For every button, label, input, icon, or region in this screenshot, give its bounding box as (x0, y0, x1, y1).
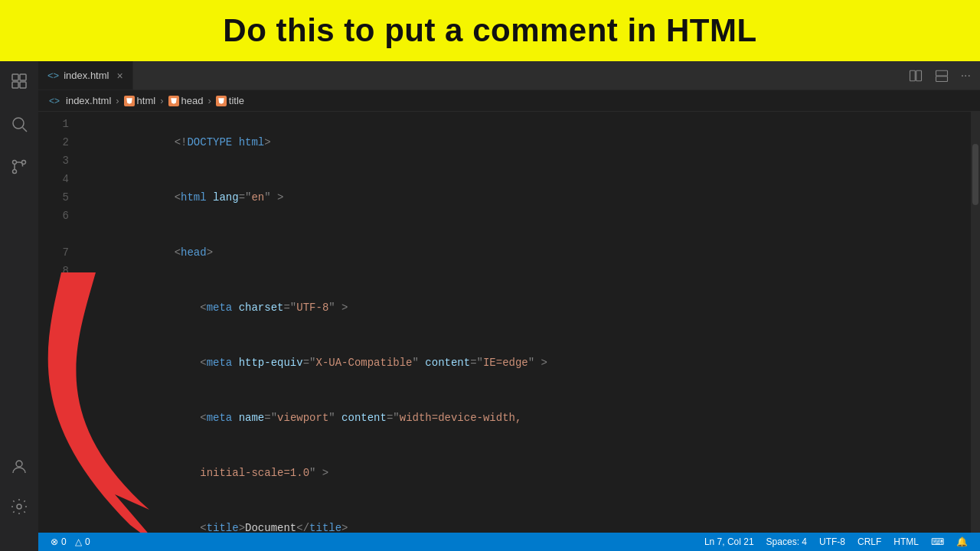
line-num-2: 2 (38, 133, 69, 152)
tab-filename: index.html (64, 70, 109, 81)
breadcrumb: <> index.html › html › head › (38, 90, 980, 112)
svg-point-7 (13, 170, 17, 174)
svg-rect-13 (936, 70, 947, 76)
language-text: HTML (893, 536, 919, 547)
svg-rect-2 (12, 82, 18, 88)
tab-file-icon: <> (47, 70, 59, 81)
code-editor[interactable]: 1 2 3 4 5 6 · 7 8 9 10 11 12 <!DOCTYPE h… (38, 112, 980, 533)
tab-close-button[interactable]: × (116, 70, 122, 82)
remote-icon-status[interactable]: ⌨ (925, 536, 950, 547)
line-num-6: 6 (38, 207, 69, 225)
svg-line-5 (23, 128, 28, 132)
code-line-7: <title>Document</title> (78, 500, 971, 533)
encoding-text: UTF-8 (819, 536, 845, 547)
line-num-5: 5 (38, 188, 69, 207)
error-icon: ⊗ (51, 536, 58, 547)
svg-rect-14 (936, 76, 947, 81)
feedback-icon: 🔔 (956, 536, 968, 547)
code-line-4: <meta charset="UTF-8" > (78, 280, 971, 335)
account-icon[interactable] (5, 453, 33, 481)
breadcrumb-sep1: › (116, 95, 119, 106)
spaces-text: Spaces: 4 (766, 536, 807, 547)
search-icon[interactable] (5, 110, 33, 138)
breadcrumb-title-icon (216, 96, 227, 106)
breadcrumb-html-item: html (124, 95, 156, 106)
svg-rect-11 (910, 70, 915, 81)
tab-actions: ··· (906, 61, 980, 90)
explorer-icon[interactable] (5, 67, 33, 95)
breadcrumb-node3: title (229, 95, 244, 106)
code-line-6: <meta name="viewport" content="width=dev… (78, 390, 971, 445)
more-actions-icon[interactable]: ··· (958, 66, 974, 86)
svg-rect-0 (12, 74, 18, 80)
banner-title: Do this to put a comment in HTML (223, 12, 756, 49)
line-num-6b: · (38, 225, 69, 243)
breadcrumb-node2: head (181, 95, 204, 106)
activity-bar (0, 61, 38, 551)
code-line-6b: initial-scale=1.0" > (78, 445, 971, 500)
code-line-3: <head> (78, 225, 971, 280)
source-control-icon[interactable] (5, 153, 33, 181)
line-num-11: 11 (38, 317, 69, 335)
svg-rect-3 (20, 82, 26, 88)
line-num-10: 10 (38, 298, 69, 317)
line-ending-text: CRLF (858, 536, 881, 547)
svg-point-10 (17, 504, 21, 509)
errors-count: 0 (61, 536, 67, 547)
breadcrumb-node1: html (137, 95, 156, 106)
line-num-9: 9 (38, 280, 69, 298)
breadcrumb-sep2: › (160, 95, 163, 106)
status-right: Ln 7, Col 21 Spaces: 4 UTF-8 CRLF HTML ⌨ (698, 536, 974, 547)
warnings-count: 0 (85, 536, 90, 547)
line-num-1: 1 (38, 115, 69, 133)
breadcrumb-file: index.html (66, 95, 111, 106)
editor-area: <> index.html × ··· (38, 61, 980, 551)
line-ending-status[interactable]: CRLF (851, 536, 887, 547)
encoding-status[interactable]: UTF-8 (813, 536, 851, 547)
breadcrumb-head-icon (168, 96, 179, 106)
banner: Do this to put a comment in HTML (0, 0, 980, 61)
code-line-2: <html lang="en" > (78, 170, 971, 225)
svg-rect-12 (916, 70, 921, 81)
remote-icon: ⌨ (931, 536, 944, 547)
language-status[interactable]: HTML (887, 536, 925, 547)
errors-status[interactable]: ⊗ 0 △ 0 (44, 533, 96, 551)
line-num-12: 12 (38, 335, 69, 354)
svg-point-6 (13, 161, 17, 165)
code-line-5: <meta http-equiv="X-UA-Compatible" conte… (78, 335, 971, 390)
cursor-position-status[interactable]: Ln 7, Col 21 (698, 536, 760, 547)
line-numbers: 1 2 3 4 5 6 · 7 8 9 10 11 12 (38, 112, 78, 533)
settings-icon[interactable] (5, 493, 33, 520)
feedback-icon-status[interactable]: 🔔 (950, 536, 974, 547)
svg-point-4 (13, 118, 24, 129)
svg-point-9 (16, 461, 22, 467)
code-content[interactable]: <!DOCTYPE html> <html lang="en" > <head>… (78, 112, 971, 533)
line-num-8: 8 (38, 262, 69, 280)
editor-scrollbar[interactable] (971, 112, 980, 533)
svg-rect-1 (20, 74, 26, 80)
line-num-7: 7 (38, 243, 69, 262)
breadcrumb-head-item: head (168, 95, 204, 106)
split-editor-icon[interactable] (906, 66, 926, 86)
file-tab[interactable]: <> index.html × (38, 61, 133, 90)
warning-icon: △ (75, 536, 82, 547)
line-num-4: 4 (38, 170, 69, 188)
spaces-status[interactable]: Spaces: 4 (760, 536, 813, 547)
activity-bar-bottom (5, 453, 33, 520)
line-num-3: 3 (38, 152, 69, 170)
code-line-1: <!DOCTYPE html> (78, 115, 971, 170)
cursor-position-text: Ln 7, Col 21 (704, 536, 754, 547)
breadcrumb-code-icon: <> (49, 96, 60, 106)
breadcrumb-sep3: › (207, 95, 211, 106)
editor-layout-icon[interactable] (932, 66, 952, 86)
scrollbar-thumb[interactable] (972, 144, 978, 205)
status-bar: ⊗ 0 △ 0 Ln 7, Col 21 Spaces: 4 UTF-8 CRL… (38, 533, 980, 551)
breadcrumb-html-icon (124, 96, 135, 106)
tab-bar: <> index.html × ··· (38, 61, 980, 90)
breadcrumb-title-item: title (216, 95, 244, 106)
main-container: <> index.html × ··· (0, 61, 980, 551)
